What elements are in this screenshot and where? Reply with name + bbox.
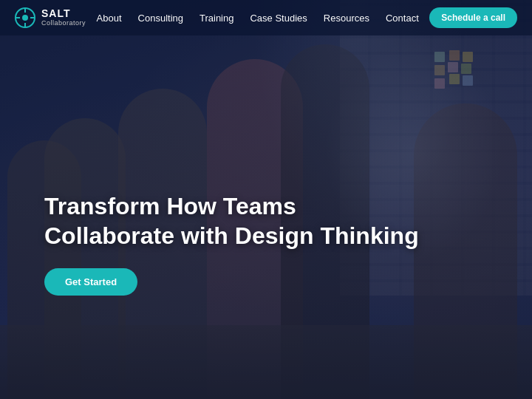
logo-tagline: Collaboratory	[41, 20, 86, 27]
svg-point-1	[22, 15, 28, 21]
logo-name: SALT	[41, 8, 86, 19]
nav-item-contact[interactable]: Contact	[386, 11, 419, 24]
logo-text: SALT Collaboratory	[41, 8, 86, 27]
nav-links: About Consulting Training Case Studies R…	[97, 11, 419, 24]
nav-link-resources[interactable]: Resources	[324, 13, 369, 24]
salt-logo-icon	[15, 7, 35, 28]
nav-link-about[interactable]: About	[97, 13, 122, 24]
nav-link-case-studies[interactable]: Case Studies	[250, 13, 307, 24]
nav-link-contact[interactable]: Contact	[386, 13, 419, 24]
nav-item-about[interactable]: About	[97, 11, 122, 24]
nav-item-resources[interactable]: Resources	[324, 11, 369, 24]
get-started-button[interactable]: Get Started	[44, 268, 137, 296]
nav-link-consulting[interactable]: Consulting	[138, 13, 183, 24]
logo[interactable]: SALT Collaboratory	[15, 7, 86, 28]
hero-content: Transform How Teams Collaborate with Des…	[44, 191, 429, 296]
hero-section: SALT Collaboratory About Consulting Trai…	[0, 0, 532, 399]
nav-item-case-studies[interactable]: Case Studies	[250, 11, 307, 24]
nav-link-training[interactable]: Training	[200, 13, 233, 24]
nav-item-consulting[interactable]: Consulting	[138, 11, 183, 24]
nav-item-training[interactable]: Training	[200, 11, 233, 24]
schedule-call-button[interactable]: Schedule a call	[429, 7, 517, 28]
hero-title: Transform How Teams Collaborate with Des…	[44, 191, 429, 250]
navbar: SALT Collaboratory About Consulting Trai…	[0, 0, 532, 35]
